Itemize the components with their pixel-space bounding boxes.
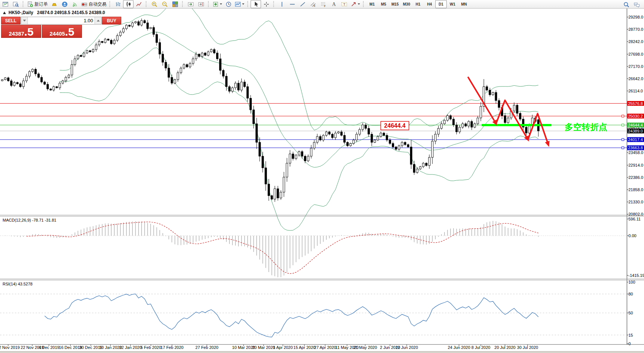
svg-text:E: E — [314, 4, 316, 7]
crosshair-icon — [263, 1, 270, 7]
equidistant-channel-button[interactable]: E — [308, 0, 318, 8]
zoom-in-button[interactable] — [149, 0, 159, 8]
svg-text:23663.8: 23663.8 — [628, 146, 643, 150]
toolbar-separator — [208, 1, 210, 7]
horizontal-line-button[interactable] — [287, 0, 297, 8]
cursor-button[interactable] — [251, 0, 261, 8]
gold-button[interactable] — [49, 0, 59, 8]
line-chart-mode-button[interactable] — [133, 0, 144, 8]
timeframe-m15-button[interactable]: M15 — [389, 0, 401, 8]
zoom-out-icon — [162, 1, 168, 7]
channel-icon: E — [310, 1, 316, 7]
svg-text:12 Nov 2019: 12 Nov 2019 — [0, 345, 20, 350]
toolbar-separator — [273, 1, 275, 7]
annotations-layer: 多空转折点24644.4 — [381, 77, 607, 147]
indicators-button[interactable] — [211, 0, 223, 8]
line-drag-handle[interactable] — [622, 124, 624, 126]
timeframe-m30-button[interactable]: M30 — [401, 0, 412, 8]
svg-text:21330.0: 21330.0 — [628, 200, 643, 204]
timeframe-d1-button[interactable]: D1 — [435, 0, 447, 8]
chat-icon — [634, 1, 640, 8]
svg-text:21858.0: 21858.0 — [628, 187, 643, 192]
spinner-up-icon — [97, 20, 100, 22]
price-chart-canvas[interactable]: 多空转折点24644.429298.028770.028242.027698.0… — [0, 9, 644, 351]
fibonacci-button[interactable]: F — [318, 0, 328, 8]
search-button[interactable] — [621, 0, 631, 9]
volume-input[interactable] — [28, 17, 95, 24]
buy-price-main: 24405 — [50, 30, 65, 37]
arrows-icon — [350, 1, 357, 7]
panel-separators — [0, 215, 644, 345]
clock-icon — [225, 1, 232, 7]
line-drag-handle[interactable] — [622, 147, 624, 149]
svg-text:26114.0: 26114.0 — [628, 89, 643, 93]
toolbar-separator — [363, 1, 365, 7]
svg-text:T: T — [343, 2, 345, 6]
volume-decrease-button[interactable] — [21, 17, 28, 24]
community-icon — [62, 1, 68, 7]
toolbar: 新订单自动交易EFATM1M5M15M30H1H4D1W1MN — [0, 0, 644, 9]
toolbar-separator — [182, 1, 184, 7]
chart-ohlc-values: 24874.0 24918.5 24145.5 24389.0 — [37, 10, 105, 15]
vline-icon — [279, 1, 285, 7]
text-button[interactable]: A — [328, 0, 339, 8]
volume-stepper — [21, 17, 102, 24]
svg-text:15 Apr 2020: 15 Apr 2020 — [293, 345, 315, 350]
window-bottom-edge — [0, 351, 644, 353]
candles-layer — [1, 19, 539, 202]
new-chart-button[interactable] — [0, 0, 10, 8]
svg-text:24 Jun 2020: 24 Jun 2020 — [448, 345, 470, 350]
timeframe-h1-button[interactable]: H1 — [412, 0, 424, 8]
templates-button[interactable] — [234, 0, 245, 8]
buy-button[interactable]: BUY — [102, 17, 121, 24]
sell-price-button[interactable]: 24387.5 — [1, 25, 41, 38]
svg-text:27 Apr 2020: 27 Apr 2020 — [314, 345, 336, 350]
svg-text:0.00: 0.00 — [628, 233, 636, 238]
volume-increase-button[interactable] — [95, 17, 101, 24]
svg-text:5 Feb 2020: 5 Feb 2020 — [141, 345, 161, 350]
tile-windows-button[interactable] — [170, 0, 180, 8]
signals-button[interactable] — [70, 0, 80, 8]
timeframe-m5-button[interactable]: M5 — [378, 0, 389, 8]
bar-chart-mode-button[interactable] — [113, 0, 123, 8]
community-button[interactable] — [59, 0, 70, 8]
toolbar-separator — [109, 1, 111, 7]
sell-button[interactable]: SELL — [1, 17, 20, 24]
auto-scroll-icon — [188, 1, 194, 7]
candle-chart-mode-button[interactable] — [123, 0, 133, 8]
auto-trading-button[interactable]: 自动交易 — [80, 0, 108, 8]
profiles-button[interactable] — [10, 0, 21, 8]
new-order-button[interactable]: 新订单 — [26, 0, 49, 8]
svg-text:A: A — [332, 1, 336, 7]
svg-text:16 Dec 2019: 16 Dec 2019 — [59, 345, 82, 350]
crosshair-button[interactable] — [261, 0, 271, 8]
periods-button[interactable] — [223, 0, 234, 8]
chat-button[interactable] — [631, 0, 642, 9]
profiles-icon — [13, 1, 19, 7]
line-drag-handle[interactable] — [622, 115, 624, 117]
timeframe-mn-button[interactable]: MN — [458, 0, 470, 8]
auto-scroll-button[interactable] — [185, 0, 196, 8]
timeframe-h4-button[interactable]: H4 — [424, 0, 435, 8]
chart-area: 多空转折点24644.429298.028770.028242.027698.0… — [0, 9, 644, 351]
new-order-label: 新订单 — [34, 1, 48, 7]
svg-text:20 Mar 2020: 20 Mar 2020 — [252, 345, 275, 350]
collapse-quotes-icon[interactable] — [3, 12, 6, 14]
line-drag-handle[interactable] — [622, 138, 624, 141]
trend-line-button[interactable] — [297, 0, 308, 8]
text-label-button[interactable]: T — [339, 0, 349, 8]
cursor-icon — [253, 1, 259, 7]
rsi-panel: RSI(14) 43.52781008050150 — [0, 280, 635, 346]
svg-text:4 Dec 2019: 4 Dec 2019 — [39, 345, 59, 350]
new-order-icon — [27, 1, 33, 7]
timeframe-m1-button[interactable]: M1 — [366, 0, 378, 8]
chart-shift-button[interactable] — [196, 0, 206, 8]
toolbar-separator — [146, 1, 148, 7]
vertical-line-button[interactable] — [277, 0, 287, 8]
arrows-button[interactable] — [349, 0, 361, 8]
zoom-out-button[interactable] — [159, 0, 170, 8]
chart-shift-icon — [198, 1, 204, 7]
timeframe-w1-button[interactable]: W1 — [447, 0, 458, 8]
svg-text:22914.0: 22914.0 — [628, 163, 643, 167]
buy-price-button[interactable]: 24405.5 — [42, 25, 82, 38]
